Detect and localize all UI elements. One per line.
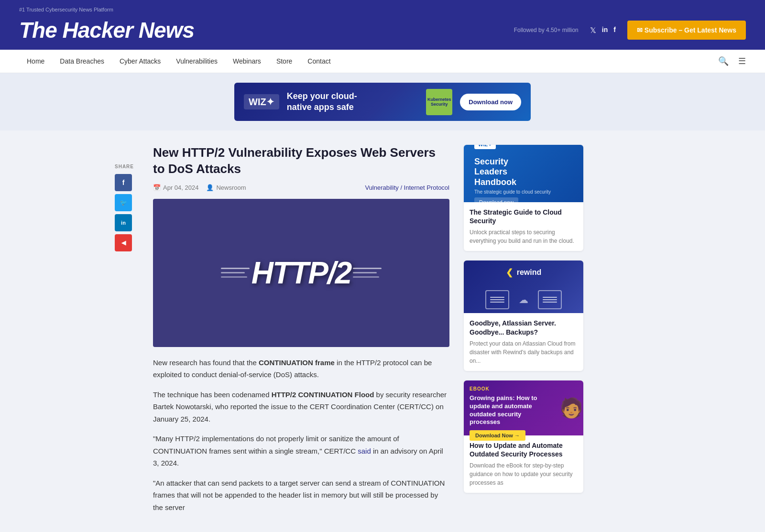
ad-text: Keep your cloud-native apps safe bbox=[287, 91, 419, 113]
rewind-brand-text: rewind bbox=[517, 268, 542, 277]
banner-ad-area: WIZ✦ Keep your cloud-native apps safe Ku… bbox=[0, 73, 765, 130]
followed-text: Followed by 4.50+ million bbox=[514, 27, 579, 33]
article-author: Newsroom bbox=[216, 184, 246, 191]
rewind-chevron-icon: ❮ bbox=[506, 267, 513, 278]
sidebar-card-ebook[interactable]: EBOOK Growing pains: How to update and a… bbox=[464, 380, 583, 493]
handbook-title: SecurityLeadersHandbook bbox=[474, 157, 573, 188]
share-label: SHARE bbox=[115, 164, 139, 169]
share-linkedin-button[interactable]: in bbox=[115, 214, 132, 231]
ebook-person-illustration: 🧑 bbox=[559, 380, 583, 435]
search-button[interactable]: 🔍 bbox=[718, 56, 729, 66]
ebook-card-title: How to Update and Automate Outdated Secu… bbox=[470, 441, 578, 458]
server-icon-2 bbox=[538, 290, 562, 309]
ad-download-button[interactable]: Download now bbox=[460, 94, 521, 110]
article-category[interactable]: Vulnerability / Internet Protocol bbox=[365, 184, 449, 191]
article-para-2: The technique has been codenamed HTTP/2 … bbox=[153, 389, 449, 425]
wiz-card-desc: Unlock practical steps to securing every… bbox=[470, 228, 578, 245]
share-facebook-button[interactable]: f bbox=[115, 174, 132, 191]
menu-button[interactable]: ☰ bbox=[738, 56, 746, 66]
rewind-card-title: Goodbye, Atlassian Server. Goodbye... Ba… bbox=[470, 319, 578, 336]
ebook-download-button[interactable]: Download Now → bbox=[470, 430, 525, 441]
ad-wiz-logo: WIZ✦ bbox=[244, 94, 279, 109]
article-meta: 📅 Apr 04, 2024 👤 Newsroom Vulnerability … bbox=[153, 184, 449, 191]
sidebar-card-wiz[interactable]: WIZ✦ SecurityLeadersHandbook The strateg… bbox=[464, 145, 583, 251]
share-other-button[interactable]: ◀ bbox=[115, 234, 132, 251]
nav-data-breaches[interactable]: Data Breaches bbox=[52, 50, 112, 73]
article-title: New HTTP/2 Vulnerability Exposes Web Ser… bbox=[153, 145, 449, 177]
twitter-icon[interactable]: 𝕏 bbox=[590, 26, 596, 35]
site-title: The Hacker News bbox=[19, 17, 194, 43]
author-icon: 👤 bbox=[206, 184, 214, 191]
article-para-1: New research has found that the CONTINUA… bbox=[153, 357, 449, 381]
ad-graphic: KubernetesSecurity bbox=[426, 89, 452, 115]
nav-vulnerabilities[interactable]: Vulnerabilities bbox=[168, 50, 225, 73]
handbook-sub: The strategic guide to cloud security bbox=[474, 189, 573, 195]
nav-contact[interactable]: Contact bbox=[300, 50, 338, 73]
ebook-label: EBOOK bbox=[470, 386, 554, 391]
ebook-title: Growing pains: How to update and automat… bbox=[470, 394, 554, 427]
article-main: New HTTP/2 Vulnerability Exposes Web Ser… bbox=[153, 145, 449, 521]
article-hero-image: HTTP/2 bbox=[153, 199, 449, 347]
wiz-card-title: The Strategic Guide to Cloud Security bbox=[470, 208, 578, 225]
facebook-icon[interactable]: f bbox=[613, 26, 616, 35]
said-link[interactable]: said bbox=[358, 447, 371, 455]
nav-home[interactable]: Home bbox=[19, 50, 52, 73]
header-tagline: #1 Trusted Cybersecurity News Platform bbox=[19, 4, 746, 12]
nav-cyber-attacks[interactable]: Cyber Attacks bbox=[112, 50, 168, 73]
share-twitter-button[interactable]: 🐦 bbox=[115, 194, 132, 211]
sidebar-card-rewind[interactable]: ❮ rewind ☁ bbox=[464, 261, 583, 370]
right-sidebar: WIZ✦ SecurityLeadersHandbook The strateg… bbox=[464, 145, 583, 521]
article-body: New research has found that the CONTINUA… bbox=[153, 357, 449, 514]
nav-store[interactable]: Store bbox=[269, 50, 300, 73]
server-icon-1 bbox=[485, 290, 509, 309]
article-date: Apr 04, 2024 bbox=[163, 184, 198, 191]
article-para-4: "An attacker that can send packets to a … bbox=[153, 477, 449, 514]
ebook-card-desc: Download the eBook for step-by-step guid… bbox=[470, 461, 578, 487]
article-para-3: "Many HTTP/2 implementations do not prop… bbox=[153, 433, 449, 469]
rewind-card-desc: Protect your data on Atlassian Cloud fro… bbox=[470, 339, 578, 365]
calendar-icon: 📅 bbox=[153, 184, 161, 191]
main-nav: Home Data Breaches Cyber Attacks Vulnera… bbox=[0, 50, 765, 73]
wiz-logo-sidebar: WIZ✦ bbox=[474, 145, 496, 149]
handbook-download-button[interactable]: Download now bbox=[474, 197, 518, 207]
wiz-ad-banner[interactable]: WIZ✦ Keep your cloud-native apps safe Ku… bbox=[234, 83, 531, 121]
nav-webinars[interactable]: Webinars bbox=[225, 50, 269, 73]
share-sidebar: SHARE f 🐦 in ◀ bbox=[115, 145, 139, 521]
subscribe-button[interactable]: ✉ Subscribe – Get Latest News bbox=[627, 21, 746, 40]
linkedin-icon[interactable]: in bbox=[602, 26, 608, 35]
